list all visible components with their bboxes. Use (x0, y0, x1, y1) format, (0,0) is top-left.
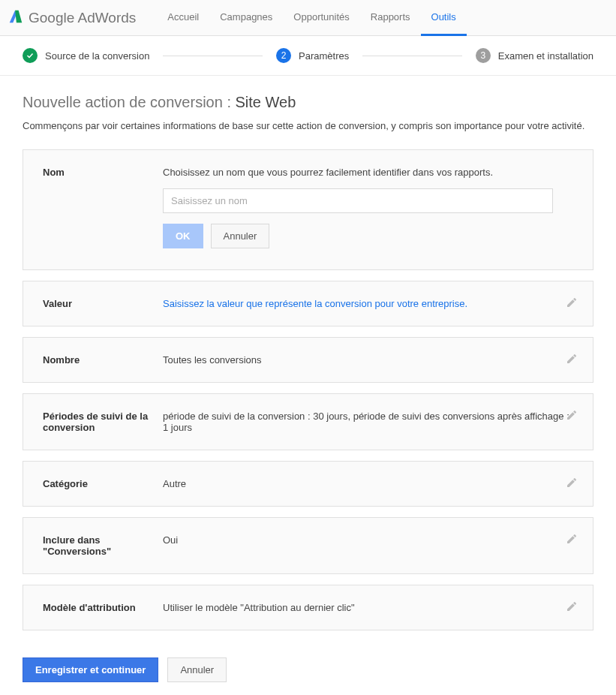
step-3-label: Examen et installation (498, 50, 593, 62)
step-3[interactable]: 3 Examen et installation (476, 48, 593, 63)
page-description: Commençons par voir certaines informatio… (23, 120, 593, 131)
card-categorie[interactable]: Catégorie Autre (23, 461, 593, 507)
pencil-icon[interactable] (566, 600, 578, 615)
card-categorie-label: Catégorie (43, 478, 163, 489)
step-2-label: Paramètres (299, 50, 349, 62)
settings-cards: Nom Choisissez un nom que vous pourrez f… (23, 149, 593, 630)
top-nav: Accueil Campagnes Opportunités Rapports … (157, 0, 466, 36)
page-title: Nouvelle action de conversion : Site Web (23, 94, 593, 111)
card-nom-help: Choisissez un nom que vous pourrez facil… (163, 167, 573, 178)
nom-input[interactable] (163, 188, 553, 213)
pencil-icon[interactable] (566, 353, 578, 367)
nav-outils[interactable]: Outils (421, 0, 467, 36)
cancel-button[interactable]: Annuler (211, 224, 270, 248)
card-nom-body: Choisissez un nom que vous pourrez facil… (163, 167, 573, 248)
top-bar: Google AdWords Accueil Campagnes Opportu… (0, 0, 616, 36)
card-valeur-label: Valeur (43, 298, 163, 309)
step-line (163, 56, 263, 56)
logo[interactable]: Google AdWords (8, 8, 136, 27)
step-1[interactable]: Source de la conversion (23, 48, 149, 63)
card-modele-label: Modèle d'attribution (43, 602, 163, 613)
pencil-icon[interactable] (566, 533, 578, 547)
stepper: Source de la conversion 2 Paramètres 3 E… (0, 36, 616, 76)
nav-campagnes[interactable]: Campagnes (209, 0, 283, 36)
footer-buttons: Enregistrer et continuer Annuler (23, 657, 593, 682)
adwords-logo-icon (8, 8, 29, 27)
save-continue-button[interactable]: Enregistrer et continuer (23, 657, 158, 682)
card-nombre-value: Toutes les conversions (163, 354, 573, 366)
card-modele[interactable]: Modèle d'attribution Utiliser le modèle … (23, 585, 593, 630)
card-valeur-value[interactable]: Saisissez la valeur que représente la co… (163, 298, 573, 309)
nav-rapports[interactable]: Rapports (360, 0, 421, 36)
card-periodes-label: Périodes de suivi de la conversion (43, 411, 163, 433)
card-inclure-value: Oui (163, 534, 573, 557)
card-modele-value: Utiliser le modèle "Attribution au derni… (163, 602, 573, 613)
step-3-number: 3 (476, 48, 491, 63)
card-nombre[interactable]: Nombre Toutes les conversions (23, 337, 593, 383)
nav-accueil[interactable]: Accueil (157, 0, 209, 36)
card-nombre-label: Nombre (43, 354, 163, 366)
step-1-label: Source de la conversion (45, 50, 149, 62)
pencil-icon[interactable] (566, 477, 578, 491)
card-valeur[interactable]: Valeur Saisissez la valeur que représent… (23, 281, 593, 326)
card-nom: Nom Choisissez un nom que vous pourrez f… (23, 149, 593, 270)
content: Nouvelle action de conversion : Site Web… (0, 76, 616, 695)
step-2-number: 2 (276, 48, 291, 63)
logo-text: Google AdWords (29, 10, 136, 26)
card-periodes[interactable]: Périodes de suivi de la conversion pério… (23, 393, 593, 450)
card-nom-label: Nom (43, 167, 163, 248)
step-line (362, 56, 462, 56)
ok-button[interactable]: OK (163, 224, 203, 248)
step-2[interactable]: 2 Paramètres (276, 48, 349, 63)
pencil-icon[interactable] (566, 409, 578, 423)
card-categorie-value: Autre (163, 478, 573, 489)
footer-cancel-button[interactable]: Annuler (167, 657, 227, 682)
check-icon (23, 48, 38, 63)
card-periodes-value: période de suivi de la conversion : 30 j… (163, 411, 573, 433)
nav-opportunites[interactable]: Opportunités (283, 0, 359, 36)
pencil-icon[interactable] (566, 296, 578, 311)
card-inclure[interactable]: Inclure dans "Conversions" Oui (23, 517, 593, 574)
card-inclure-label: Inclure dans "Conversions" (43, 534, 163, 557)
